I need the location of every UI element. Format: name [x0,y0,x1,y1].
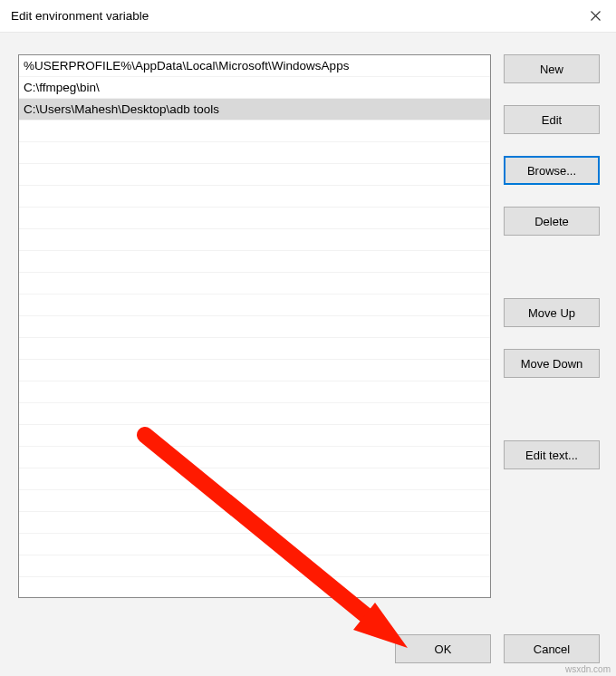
path-row[interactable] [19,251,490,273]
path-row[interactable] [19,512,490,534]
path-row[interactable] [19,360,490,381]
window-title: Edit environment variable [11,9,574,23]
path-row[interactable] [19,121,490,142]
cancel-button[interactable]: Cancel [504,634,600,663]
close-button[interactable] [574,0,616,33]
close-icon [591,11,601,21]
path-row[interactable] [19,447,490,468]
path-row[interactable] [19,403,490,425]
dialog-buttons: OK Cancel [395,634,600,663]
path-row[interactable] [19,295,490,316]
ok-button[interactable]: OK [395,634,491,663]
path-row[interactable] [19,229,490,251]
button-column: New Edit Browse... Delete Move Up Move D… [504,54,600,660]
path-row[interactable] [19,142,490,164]
edit-env-variable-dialog: Edit environment variable %USERPROFILE%\… [0,0,616,676]
client-area: %USERPROFILE%\AppData\Local\Microsoft\Wi… [0,33,616,676]
path-row[interactable]: C:\ffmpeg\bin\ [19,77,490,99]
edit-text-button[interactable]: Edit text... [504,440,600,469]
path-row[interactable] [19,208,490,229]
move-down-button[interactable]: Move Down [504,349,600,378]
path-row[interactable] [19,534,490,555]
edit-button[interactable]: Edit [504,105,600,134]
path-listbox[interactable]: %USERPROFILE%\AppData\Local\Microsoft\Wi… [18,54,491,598]
watermark: wsxdn.com [565,664,611,674]
path-row[interactable] [19,273,490,295]
path-row[interactable] [19,186,490,208]
path-row[interactable] [19,381,490,403]
path-row[interactable] [19,316,490,338]
path-row[interactable]: %USERPROFILE%\AppData\Local\Microsoft\Wi… [19,55,490,77]
path-row[interactable] [19,490,490,512]
path-row[interactable] [19,577,490,598]
move-up-button[interactable]: Move Up [504,298,600,327]
path-row[interactable]: C:\Users\Mahesh\Desktop\adb tools [19,99,490,121]
path-row[interactable] [19,425,490,447]
path-row[interactable] [19,164,490,186]
new-button[interactable]: New [504,54,600,83]
path-row[interactable] [19,338,490,360]
browse-button[interactable]: Browse... [504,156,600,185]
titlebar: Edit environment variable [0,0,616,33]
path-row[interactable] [19,555,490,577]
path-row[interactable] [19,468,490,490]
delete-button[interactable]: Delete [504,207,600,236]
